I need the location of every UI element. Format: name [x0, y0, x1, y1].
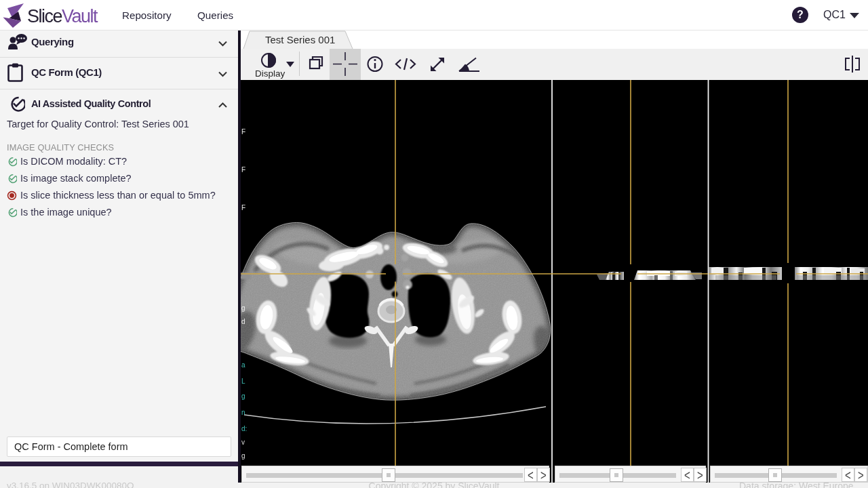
svg-text:n: n	[241, 409, 245, 416]
svg-text:F: F	[241, 128, 245, 136]
svg-text:F: F	[241, 204, 245, 211]
svg-text:g: g	[241, 392, 245, 400]
svg-text:L: L	[241, 378, 245, 385]
svg-text:g: g	[241, 304, 245, 312]
svg-text:a: a	[241, 361, 245, 369]
svg-text:v: v	[241, 439, 245, 446]
svg-text:d:: d:	[241, 425, 247, 432]
svg-text:g: g	[241, 452, 245, 460]
svg-text:F: F	[241, 166, 245, 174]
svg-text:d: d	[241, 318, 245, 325]
